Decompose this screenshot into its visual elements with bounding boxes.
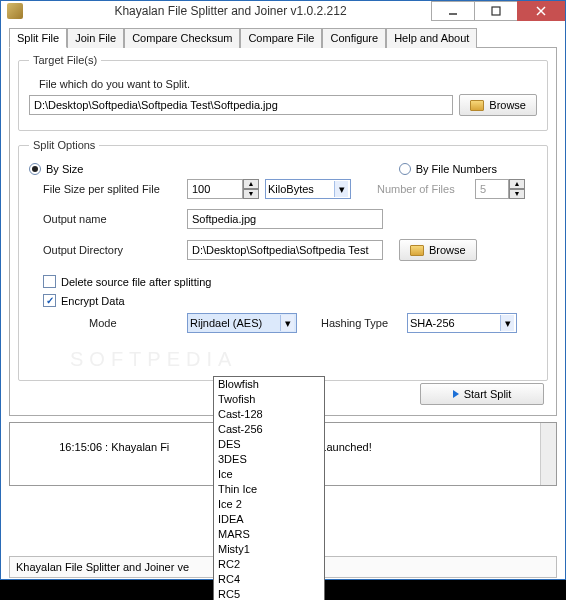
- tab-panel-split: SOFTPEDIA Target File(s) File which do y…: [9, 48, 557, 416]
- mode-option[interactable]: Misty1: [214, 542, 324, 557]
- app-window: Khayalan File Splitter and Joiner v1.0.2…: [0, 0, 566, 580]
- app-icon: [7, 3, 23, 19]
- target-browse-button[interactable]: Browse: [459, 94, 537, 116]
- chevron-down-icon: ▾: [500, 315, 514, 331]
- titlebar: Khayalan File Splitter and Joiner v1.0.2…: [1, 1, 565, 21]
- target-path-input[interactable]: [29, 95, 453, 115]
- mode-option[interactable]: DES: [214, 437, 324, 452]
- mode-option[interactable]: Blowfish: [214, 377, 324, 392]
- mode-option[interactable]: Ice: [214, 467, 324, 482]
- maximize-button[interactable]: [474, 1, 518, 21]
- tab-compare-file[interactable]: Compare File: [240, 28, 322, 48]
- folder-icon: [470, 100, 484, 111]
- filesize-label: File Size per splited File: [43, 183, 181, 195]
- window-title: Khayalan File Splitter and Joiner v1.0.2…: [29, 4, 432, 18]
- checkbox-icon: [43, 275, 56, 288]
- mode-option[interactable]: Twofish: [214, 392, 324, 407]
- mode-option[interactable]: Cast-256: [214, 422, 324, 437]
- outdir-input[interactable]: [187, 240, 383, 260]
- radio-by-size[interactable]: By Size: [29, 163, 83, 175]
- mode-option[interactable]: RC2: [214, 557, 324, 572]
- filesize-input[interactable]: [187, 179, 243, 199]
- tab-split-file[interactable]: Split File: [9, 28, 67, 48]
- svg-rect-1: [492, 7, 500, 15]
- unit-value: KiloBytes: [268, 183, 314, 195]
- unit-combo[interactable]: KiloBytes ▾: [265, 179, 351, 199]
- outname-label: Output name: [43, 213, 181, 225]
- filesize-spinner[interactable]: ▲▼: [187, 179, 259, 199]
- delete-label: Delete source file after splitting: [61, 276, 211, 288]
- hash-value: SHA-256: [410, 317, 455, 329]
- numfiles-label: Number of Files: [377, 183, 469, 195]
- window-buttons: [432, 1, 565, 21]
- spin-down-icon[interactable]: ▼: [243, 189, 259, 199]
- by-number-label: By File Numbers: [416, 163, 497, 175]
- checkbox-checked-icon: [43, 294, 56, 307]
- target-help-text: File which do you want to Split.: [39, 78, 190, 90]
- start-split-label: Start Split: [464, 388, 512, 400]
- mode-option[interactable]: RC4: [214, 572, 324, 587]
- radio-dot-icon: [399, 163, 411, 175]
- chevron-down-icon: ▾: [334, 181, 348, 197]
- mode-option[interactable]: IDEA: [214, 512, 324, 527]
- tab-strip: Split File Join File Compare Checksum Co…: [9, 27, 557, 48]
- numfiles-spinner[interactable]: ▲▼: [475, 179, 525, 199]
- mode-option[interactable]: Thin Ice: [214, 482, 324, 497]
- mode-option[interactable]: Ice 2: [214, 497, 324, 512]
- outname-input[interactable]: [187, 209, 383, 229]
- delete-source-checkbox[interactable]: Delete source file after splitting: [43, 275, 211, 288]
- tab-compare-checksum[interactable]: Compare Checksum: [124, 28, 240, 48]
- scrollbar[interactable]: [540, 423, 556, 485]
- outdir-browse-button[interactable]: Browse: [399, 239, 477, 261]
- hash-label: Hashing Type: [321, 317, 401, 329]
- tab-join-file[interactable]: Join File: [67, 28, 124, 48]
- start-split-button[interactable]: Start Split: [420, 383, 544, 405]
- mode-option[interactable]: 3DES: [214, 452, 324, 467]
- by-size-label: By Size: [46, 163, 83, 175]
- mode-value: Rijndael (AES): [190, 317, 262, 329]
- play-icon: [453, 390, 459, 398]
- mode-option[interactable]: Cast-128: [214, 407, 324, 422]
- status-text: Khayalan File Splitter and Joiner ve: [16, 561, 189, 573]
- minimize-button[interactable]: [431, 1, 475, 21]
- outdir-label: Output Directory: [43, 244, 181, 256]
- radio-by-number[interactable]: By File Numbers: [399, 163, 497, 175]
- tab-help-about[interactable]: Help and About: [386, 28, 477, 48]
- encrypt-label: Encrypt Data: [61, 295, 125, 307]
- browse-label: Browse: [489, 99, 526, 111]
- spin-down-icon[interactable]: ▼: [509, 189, 525, 199]
- close-button[interactable]: [517, 1, 565, 21]
- legend-split: Split Options: [29, 139, 99, 151]
- hash-combo[interactable]: SHA-256 ▾: [407, 313, 517, 333]
- group-target-files: Target File(s) File which do you want to…: [18, 54, 548, 131]
- legend-target: Target File(s): [29, 54, 101, 66]
- radio-dot-icon: [29, 163, 41, 175]
- browse-label: Browse: [429, 244, 466, 256]
- encrypt-checkbox[interactable]: Encrypt Data: [43, 294, 125, 307]
- mode-option[interactable]: RC5: [214, 587, 324, 600]
- spin-up-icon[interactable]: ▲: [509, 179, 525, 189]
- mode-option[interactable]: MARS: [214, 527, 324, 542]
- group-split-options: Split Options By Size By File Numbers Fi…: [18, 139, 548, 381]
- spin-up-icon[interactable]: ▲: [243, 179, 259, 189]
- mode-combo[interactable]: Rijndael (AES) ▾: [187, 313, 297, 333]
- mode-label: Mode: [89, 317, 181, 329]
- client-area: Split File Join File Compare Checksum Co…: [1, 21, 565, 582]
- mode-dropdown-list[interactable]: Blowfish Twofish Cast-128 Cast-256 DES 3…: [213, 376, 325, 600]
- folder-icon: [410, 245, 424, 256]
- chevron-down-icon: ▾: [280, 315, 294, 331]
- tab-configure[interactable]: Configure: [322, 28, 386, 48]
- numfiles-input[interactable]: [475, 179, 509, 199]
